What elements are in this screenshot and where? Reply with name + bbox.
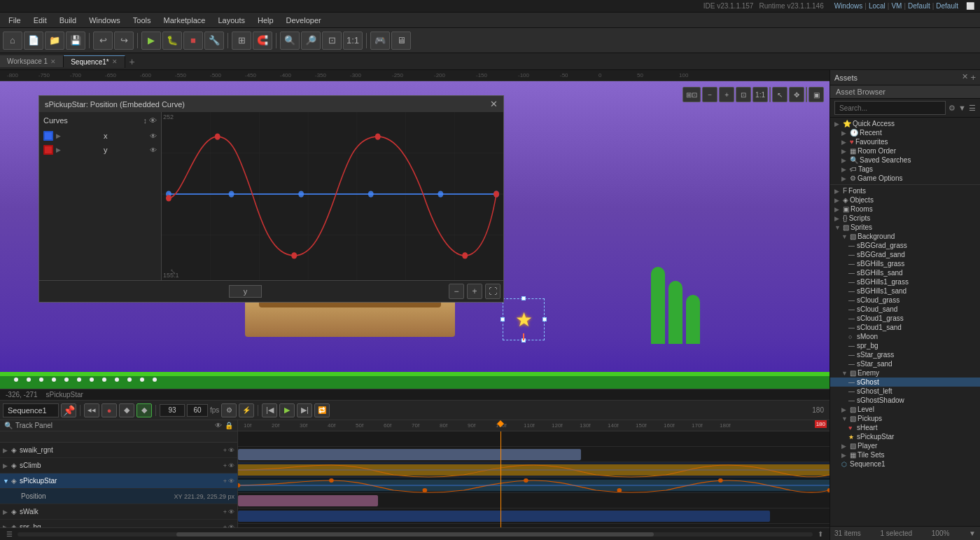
- tl-lightning[interactable]: ⚡: [239, 403, 254, 417]
- tb-stop[interactable]: ■: [183, 32, 203, 50]
- sclimb-add-icon[interactable]: +: [223, 462, 227, 469]
- tl-collapse-icon[interactable]: ⬆: [816, 530, 825, 538]
- menu-help[interactable]: Help: [252, 15, 279, 26]
- canvas-select-tool[interactable]: ↖: [772, 87, 788, 102]
- tree-scloud-grass[interactable]: — sCloud_grass: [830, 296, 980, 305]
- tl-add-track[interactable]: 📌: [61, 403, 76, 417]
- tree-room-order[interactable]: ▶ ▦ Room Order: [830, 146, 980, 155]
- tree-sequence1[interactable]: ⬡ Sequence1: [830, 459, 980, 469]
- tl-search-icon[interactable]: 🔍: [4, 422, 13, 429]
- tree-quick-access[interactable]: ▶ ⭐ Quick Access: [830, 119, 980, 128]
- tab-sequence1[interactable]: Sequence1* ✕: [64, 55, 125, 68]
- tree-scloud-sand[interactable]: — sCloud_sand: [830, 305, 980, 314]
- assets-add-icon[interactable]: +: [970, 72, 976, 83]
- link-windows[interactable]: Windows: [834, 2, 863, 10]
- link-vm[interactable]: VM: [891, 2, 902, 10]
- tree-favourites[interactable]: ▶ ♥ Favourites: [830, 137, 980, 146]
- tree-saved-searches[interactable]: ▶ 🔍 Saved Searches: [830, 155, 980, 165]
- curve-active-tab-y[interactable]: y: [229, 285, 262, 298]
- swaik-eye-icon[interactable]: 👁: [228, 447, 234, 454]
- track-spr-bg[interactable]: ▶ ◈ spr_bg + 👁: [0, 520, 237, 527]
- tl-go-end[interactable]: ▶|: [297, 403, 312, 417]
- curve-track-x[interactable]: ▶ x 👁: [42, 129, 158, 143]
- tb-zoom-fit[interactable]: ⊡: [322, 32, 342, 50]
- assets-close-icon[interactable]: ✕: [962, 72, 968, 83]
- tl-play[interactable]: ▶: [279, 403, 295, 417]
- menu-layouts[interactable]: Layouts: [212, 15, 251, 26]
- tree-recent[interactable]: ▶ 🕐 Recent: [830, 128, 980, 137]
- tree-sbghills-grass[interactable]: — sBGHills_grass: [830, 259, 980, 268]
- sequence-name-input[interactable]: [3, 403, 59, 417]
- link-default2[interactable]: Default: [936, 2, 958, 10]
- tb-gamepad[interactable]: 🎮: [370, 32, 390, 50]
- fps-input[interactable]: [187, 404, 208, 417]
- tree-pickups-folder[interactable]: ▼ ▧ Pickups: [830, 414, 980, 423]
- track-position-sub[interactable]: Position XY 221.29, 225.29 px: [0, 489, 237, 504]
- sclimb-eye-icon[interactable]: 👁: [228, 462, 234, 469]
- tb-grid[interactable]: ⊞: [232, 32, 251, 50]
- tl-scrollbar[interactable]: [18, 532, 813, 536]
- menu-file[interactable]: File: [3, 15, 27, 26]
- swaik-add-icon[interactable]: +: [223, 447, 227, 454]
- canvas-zoom-out[interactable]: −: [702, 87, 718, 102]
- tree-tags[interactable]: ▶ 🏷 Tags: [830, 165, 980, 174]
- curve-graph[interactable]: 252 155.1: [162, 112, 503, 280]
- canvas-view-toggle[interactable]: ▣: [808, 87, 824, 102]
- track-panel-eye[interactable]: 👁: [215, 422, 222, 429]
- tree-spr-bg[interactable]: — spr_bg: [830, 341, 980, 350]
- menu-edit[interactable]: Edit: [28, 15, 52, 26]
- link-local[interactable]: Local: [869, 2, 886, 10]
- canvas-grid-toggle[interactable]: ⊞⊡: [682, 87, 701, 102]
- tree-objects[interactable]: ▶ ◈ Objects: [830, 195, 980, 205]
- track-panel-lock[interactable]: 🔒: [225, 422, 233, 429]
- spickupstar-eye-icon[interactable]: 👁: [228, 478, 234, 485]
- menu-developer[interactable]: Developer: [281, 15, 327, 26]
- tab-workspace1[interactable]: Workspace 1 ✕: [0, 55, 64, 67]
- tree-sbghills-sand[interactable]: — sBGHills_sand: [830, 268, 980, 277]
- menu-build[interactable]: Build: [54, 15, 82, 26]
- tree-game-options[interactable]: ▶ ⚙ Game Options: [830, 174, 980, 183]
- track-swalk[interactable]: ▶ ◈ sWalk + 👁: [0, 504, 237, 520]
- tb-zoom-out[interactable]: 🔎: [301, 32, 321, 50]
- tl-loop[interactable]: 🔁: [314, 403, 330, 417]
- tb-redo[interactable]: ↪: [114, 32, 134, 50]
- tree-spickupstar[interactable]: ★ sPickupStar: [830, 432, 980, 441]
- canvas-move-tool[interactable]: ✥: [789, 87, 804, 102]
- tb-zoom-in[interactable]: 🔍: [280, 32, 300, 50]
- tree-sbghills1-sand[interactable]: — sBGHills1_sand: [830, 286, 980, 296]
- tree-sghostshadow[interactable]: — sGhostShadow: [830, 396, 980, 405]
- close-workspace-tab[interactable]: ✕: [50, 58, 56, 65]
- swalk-eye-icon[interactable]: 👁: [228, 508, 234, 515]
- tree-enemy-folder[interactable]: ▼ ▧ Enemy: [830, 368, 980, 378]
- canvas-viewport[interactable]: ★ ⊞⊡ − + ⊡ 1:1 ↖ ✥ ▣ sPickupStar: Pos: [0, 81, 830, 400]
- track-sclimb[interactable]: ▶ ◈ sClimb + 👁: [0, 458, 237, 473]
- canvas-zoom-in[interactable]: +: [719, 87, 734, 102]
- tree-scloud1-sand[interactable]: — sCloud1_sand: [830, 323, 980, 332]
- tree-rooms[interactable]: ▶ ▣ Rooms: [830, 205, 980, 214]
- tree-scripts[interactable]: ▶ {} Scripts: [830, 214, 980, 223]
- tb-open[interactable]: 📁: [45, 32, 64, 50]
- swalk-add-icon[interactable]: +: [223, 508, 227, 515]
- canvas-zoom-100-2[interactable]: 1:1: [752, 87, 768, 102]
- menu-windows[interactable]: Windows: [83, 15, 126, 26]
- tree-smoon[interactable]: ○ sMoon: [830, 332, 980, 341]
- tree-sbghills1-grass[interactable]: — sBGHills1_grass: [830, 277, 980, 286]
- tree-level-folder[interactable]: ▶ ▧ Level: [830, 405, 980, 414]
- tb-new[interactable]: 📄: [24, 32, 43, 50]
- tree-sbggrad-grass[interactable]: — sBGGrad_grass: [830, 241, 980, 250]
- tl-next-key[interactable]: ◆: [136, 403, 152, 417]
- tb-save[interactable]: 💾: [66, 32, 85, 50]
- curve-normalize-icon[interactable]: ↕: [144, 116, 148, 125]
- tl-prev-key[interactable]: ◂◂: [84, 403, 99, 417]
- window-maximize-icon[interactable]: ⬜: [966, 2, 974, 10]
- link-default1[interactable]: Default: [908, 2, 930, 10]
- asset-search-filter-icon[interactable]: ▼: [958, 104, 966, 112]
- tl-add-keyframe[interactable]: ◆: [119, 403, 134, 417]
- tree-player-folder[interactable]: ▶ ▧ Player: [830, 441, 980, 450]
- tb-monitor[interactable]: 🖥: [391, 32, 411, 50]
- menu-marketplace[interactable]: Marketplace: [158, 15, 211, 26]
- track-swaik-rgnt[interactable]: ▶ ◈ swaik_rgnt + 👁: [0, 443, 237, 458]
- tl-go-start[interactable]: |◀: [262, 403, 277, 417]
- curve-editor-close[interactable]: ✕: [490, 99, 498, 109]
- track-spickupstar[interactable]: ▼ ◈ sPickupStar + 👁: [0, 473, 237, 489]
